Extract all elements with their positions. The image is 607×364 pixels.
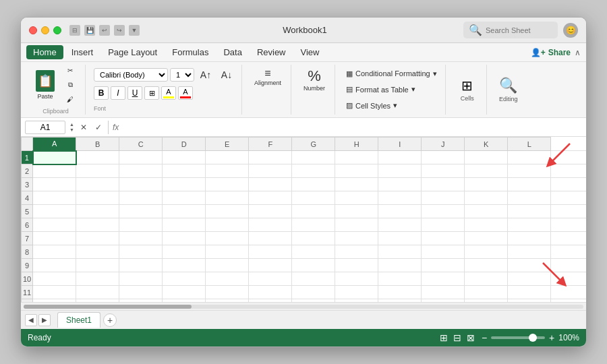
col-header-G[interactable]: G	[292, 138, 335, 151]
cell-I10[interactable]	[378, 272, 422, 286]
zoom-slider[interactable]	[491, 336, 545, 339]
sheet-tab-1[interactable]: Sheet1	[57, 312, 100, 328]
row-header-9[interactable]: 9	[22, 259, 33, 272]
menu-view[interactable]: View	[294, 45, 326, 59]
col-header-C[interactable]: C	[119, 138, 163, 151]
cell-A11[interactable]	[33, 286, 76, 299]
customize-icon[interactable]: ▼	[129, 25, 140, 36]
cell-C2[interactable]	[119, 164, 163, 178]
zoom-thumb[interactable]	[529, 334, 537, 342]
row-header-11[interactable]: 11	[22, 286, 33, 299]
cell-B10[interactable]	[76, 272, 119, 286]
cut-button[interactable]: ✂	[61, 65, 80, 76]
copy-button[interactable]: ⧉	[61, 79, 80, 91]
cell-J5[interactable]	[422, 205, 465, 218]
cell-J7[interactable]	[422, 232, 465, 245]
cell-C5[interactable]	[119, 205, 163, 218]
cell-G4[interactable]	[292, 191, 335, 205]
cell-B9[interactable]	[76, 259, 119, 272]
cell-E9[interactable]	[206, 259, 249, 272]
cell-F8[interactable]	[249, 245, 292, 259]
collapse-icon[interactable]: ∧	[575, 48, 581, 57]
cell-M6[interactable]	[551, 218, 586, 232]
menu-data[interactable]: Data	[216, 45, 248, 59]
cell-H11[interactable]	[335, 286, 378, 299]
cell-J2[interactable]	[422, 164, 465, 178]
user-avatar[interactable]: 😊	[563, 23, 578, 38]
border-button[interactable]: ⊞	[144, 86, 159, 100]
formula-cancel-icon[interactable]: ✕	[80, 123, 87, 132]
cell-J8[interactable]	[422, 245, 465, 259]
cell-L1[interactable]	[508, 151, 551, 164]
cell-G11[interactable]	[292, 286, 335, 299]
cell-M7[interactable]	[551, 232, 586, 245]
cell-A8[interactable]	[33, 245, 76, 259]
cell-L2[interactable]	[508, 164, 551, 178]
hscroll-thumb[interactable]	[24, 305, 192, 309]
cell-M5[interactable]	[551, 205, 586, 218]
cell-D9[interactable]	[163, 259, 206, 272]
cell-G6[interactable]	[292, 218, 335, 232]
cell-B3[interactable]	[76, 178, 119, 191]
cell-A3[interactable]	[33, 178, 76, 191]
cell-G7[interactable]	[292, 232, 335, 245]
cell-G1[interactable]	[292, 151, 335, 164]
add-sheet-button[interactable]: +	[103, 313, 117, 327]
cell-E6[interactable]	[206, 218, 249, 232]
font-name-select[interactable]: Calibri (Body)	[94, 68, 168, 82]
cell-F3[interactable]	[249, 178, 292, 191]
cell-G3[interactable]	[292, 178, 335, 191]
underline-button[interactable]: U	[127, 86, 142, 100]
cell-D11[interactable]	[163, 286, 206, 299]
cell-H1[interactable]	[335, 151, 378, 164]
cell-F10[interactable]	[249, 272, 292, 286]
cell-A4[interactable]	[33, 191, 76, 205]
cell-A1[interactable]	[33, 151, 76, 164]
cell-A7[interactable]	[33, 232, 76, 245]
cell-A6[interactable]	[33, 218, 76, 232]
bold-button[interactable]: B	[94, 86, 109, 100]
cell-L7[interactable]	[508, 232, 551, 245]
cell-F1[interactable]	[249, 151, 292, 164]
cells-button[interactable]: ⊞ Cells	[454, 75, 481, 104]
cell-B1[interactable]	[76, 151, 119, 164]
cell-B7[interactable]	[76, 232, 119, 245]
save-icon[interactable]: 💾	[84, 25, 95, 36]
cell-E7[interactable]	[206, 232, 249, 245]
search-box[interactable]: 🔍	[463, 22, 558, 38]
cell-D6[interactable]	[163, 218, 206, 232]
row-header-3[interactable]: 3	[22, 178, 33, 191]
sidebar-toggle-icon[interactable]: ⊟	[69, 25, 80, 36]
cell-F9[interactable]	[249, 259, 292, 272]
cell-K11[interactable]	[465, 286, 508, 299]
cell-H3[interactable]	[335, 178, 378, 191]
menu-formulas[interactable]: Formulas	[165, 45, 215, 59]
cell-D7[interactable]	[163, 232, 206, 245]
cell-K5[interactable]	[465, 205, 508, 218]
cell-K4[interactable]	[465, 191, 508, 205]
redo-icon[interactable]: ↪	[114, 25, 125, 36]
cell-H6[interactable]	[335, 218, 378, 232]
formula-confirm-icon[interactable]: ✓	[95, 123, 102, 132]
hscroll-track[interactable]	[24, 305, 583, 309]
col-header-L[interactable]: L	[508, 138, 551, 151]
cell-C11[interactable]	[119, 286, 163, 299]
cell-B6[interactable]	[76, 218, 119, 232]
cell-L6[interactable]	[508, 218, 551, 232]
formula-expand-icon[interactable]: ▲ ▼	[69, 122, 74, 132]
cell-M2[interactable]	[551, 164, 586, 178]
cell-K2[interactable]	[465, 164, 508, 178]
cell-A9[interactable]	[33, 259, 76, 272]
cell-E8[interactable]	[206, 245, 249, 259]
cell-H7[interactable]	[335, 232, 378, 245]
page-layout-view-icon[interactable]: ⊟	[453, 332, 461, 343]
cell-D2[interactable]	[163, 164, 206, 178]
cell-G10[interactable]	[292, 272, 335, 286]
close-button[interactable]	[29, 26, 37, 34]
cell-F2[interactable]	[249, 164, 292, 178]
cell-D8[interactable]	[163, 245, 206, 259]
format-as-table-button[interactable]: ▤ Format as Table ▾	[343, 84, 440, 95]
cell-K10[interactable]	[465, 272, 508, 286]
alignment-button[interactable]: ≡ Alignment	[250, 65, 285, 89]
cell-L9[interactable]	[508, 259, 551, 272]
